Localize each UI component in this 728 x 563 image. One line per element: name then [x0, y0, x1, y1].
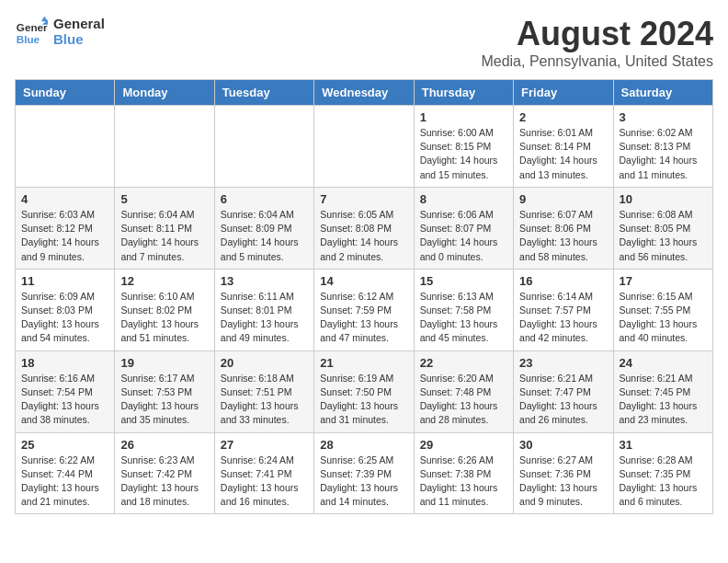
calendar-week-row: 1Sunrise: 6:00 AM Sunset: 8:15 PM Daylig…: [16, 106, 713, 188]
calendar-cell: 3Sunrise: 6:02 AM Sunset: 8:13 PM Daylig…: [613, 106, 712, 188]
day-number: 4: [21, 192, 108, 206]
calendar-subtitle: Media, Pennsylvania, United States: [481, 53, 713, 70]
day-info: Sunrise: 6:18 AM Sunset: 7:51 PM Dayligh…: [221, 372, 308, 428]
day-number: 2: [519, 110, 607, 124]
calendar-cell: 23Sunrise: 6:21 AM Sunset: 7:47 PM Dayli…: [514, 350, 613, 432]
calendar-title: August 2024: [481, 15, 713, 53]
day-number: 24: [620, 356, 707, 370]
day-number: 23: [519, 356, 607, 370]
day-info: Sunrise: 6:04 AM Sunset: 8:09 PM Dayligh…: [221, 208, 308, 264]
title-block: August 2024 Media, Pennsylvania, United …: [481, 15, 713, 70]
day-info: Sunrise: 6:09 AM Sunset: 8:03 PM Dayligh…: [21, 290, 108, 346]
weekday-header-friday: Friday: [514, 80, 613, 106]
day-number: 13: [221, 274, 308, 288]
day-info: Sunrise: 6:28 AM Sunset: 7:35 PM Dayligh…: [620, 454, 707, 510]
day-number: 1: [420, 110, 507, 124]
calendar-cell: 26Sunrise: 6:23 AM Sunset: 7:42 PM Dayli…: [115, 432, 214, 514]
calendar-cell: 1Sunrise: 6:00 AM Sunset: 8:15 PM Daylig…: [414, 106, 513, 188]
day-number: 6: [221, 192, 308, 206]
day-number: 27: [221, 438, 308, 452]
calendar-cell: 4Sunrise: 6:03 AM Sunset: 8:12 PM Daylig…: [16, 187, 115, 269]
day-info: Sunrise: 6:10 AM Sunset: 8:02 PM Dayligh…: [120, 290, 208, 346]
day-info: Sunrise: 6:23 AM Sunset: 7:42 PM Dayligh…: [120, 454, 208, 510]
calendar-cell: 11Sunrise: 6:09 AM Sunset: 8:03 PM Dayli…: [16, 269, 115, 350]
calendar-cell: 17Sunrise: 6:15 AM Sunset: 7:55 PM Dayli…: [613, 269, 712, 350]
calendar-cell: 15Sunrise: 6:13 AM Sunset: 7:58 PM Dayli…: [414, 269, 513, 350]
calendar-cell: 22Sunrise: 6:20 AM Sunset: 7:48 PM Dayli…: [414, 350, 513, 432]
day-number: 19: [120, 356, 208, 370]
page-header: General Blue General Blue August 2024 Me…: [15, 15, 713, 70]
calendar-cell: 31Sunrise: 6:28 AM Sunset: 7:35 PM Dayli…: [613, 432, 712, 514]
day-info: Sunrise: 6:21 AM Sunset: 7:45 PM Dayligh…: [620, 372, 707, 428]
day-number: 11: [21, 274, 108, 288]
day-number: 15: [420, 274, 507, 288]
calendar-cell: 30Sunrise: 6:27 AM Sunset: 7:36 PM Dayli…: [514, 432, 613, 514]
calendar-table: SundayMondayTuesdayWednesdayThursdayFrid…: [15, 79, 713, 514]
day-info: Sunrise: 6:15 AM Sunset: 7:55 PM Dayligh…: [620, 290, 707, 346]
calendar-cell: [115, 106, 214, 188]
day-number: 7: [320, 192, 407, 206]
day-number: 25: [21, 438, 108, 452]
day-info: Sunrise: 6:19 AM Sunset: 7:50 PM Dayligh…: [320, 372, 407, 428]
day-number: 29: [420, 438, 507, 452]
calendar-cell: 2Sunrise: 6:01 AM Sunset: 8:14 PM Daylig…: [514, 106, 613, 188]
day-number: 20: [221, 356, 308, 370]
calendar-cell: 19Sunrise: 6:17 AM Sunset: 7:53 PM Dayli…: [115, 350, 214, 432]
day-number: 8: [420, 192, 507, 206]
calendar-cell: 29Sunrise: 6:26 AM Sunset: 7:38 PM Dayli…: [414, 432, 513, 514]
day-number: 12: [120, 274, 208, 288]
weekday-header-monday: Monday: [115, 80, 214, 106]
logo-icon: General Blue: [15, 15, 48, 48]
day-info: Sunrise: 6:04 AM Sunset: 8:11 PM Dayligh…: [120, 208, 208, 264]
weekday-header-row: SundayMondayTuesdayWednesdayThursdayFrid…: [16, 80, 713, 106]
day-number: 18: [21, 356, 108, 370]
calendar-cell: 21Sunrise: 6:19 AM Sunset: 7:50 PM Dayli…: [314, 350, 414, 432]
weekday-header-tuesday: Tuesday: [214, 80, 313, 106]
day-info: Sunrise: 6:02 AM Sunset: 8:13 PM Dayligh…: [620, 126, 707, 182]
day-info: Sunrise: 6:03 AM Sunset: 8:12 PM Dayligh…: [21, 208, 108, 264]
day-number: 28: [320, 438, 407, 452]
calendar-cell: 5Sunrise: 6:04 AM Sunset: 8:11 PM Daylig…: [115, 187, 214, 269]
day-info: Sunrise: 6:21 AM Sunset: 7:47 PM Dayligh…: [519, 372, 607, 428]
day-number: 31: [620, 438, 707, 452]
day-info: Sunrise: 6:22 AM Sunset: 7:44 PM Dayligh…: [21, 454, 108, 510]
calendar-cell: 14Sunrise: 6:12 AM Sunset: 7:59 PM Dayli…: [314, 269, 414, 350]
calendar-cell: 28Sunrise: 6:25 AM Sunset: 7:39 PM Dayli…: [314, 432, 414, 514]
day-info: Sunrise: 6:05 AM Sunset: 8:08 PM Dayligh…: [320, 208, 407, 264]
day-info: Sunrise: 6:20 AM Sunset: 7:48 PM Dayligh…: [420, 372, 507, 428]
day-number: 17: [620, 274, 707, 288]
day-number: 14: [320, 274, 407, 288]
day-info: Sunrise: 6:16 AM Sunset: 7:54 PM Dayligh…: [21, 372, 108, 428]
weekday-header-saturday: Saturday: [613, 80, 712, 106]
calendar-cell: 20Sunrise: 6:18 AM Sunset: 7:51 PM Dayli…: [214, 350, 313, 432]
day-info: Sunrise: 6:00 AM Sunset: 8:15 PM Dayligh…: [420, 126, 507, 182]
day-number: 5: [120, 192, 208, 206]
day-info: Sunrise: 6:14 AM Sunset: 7:57 PM Dayligh…: [519, 290, 607, 346]
logo-general: General: [53, 16, 105, 31]
calendar-cell: 6Sunrise: 6:04 AM Sunset: 8:09 PM Daylig…: [214, 187, 313, 269]
logo-blue: Blue: [53, 31, 105, 47]
calendar-cell: 7Sunrise: 6:05 AM Sunset: 8:08 PM Daylig…: [314, 187, 414, 269]
svg-text:Blue: Blue: [17, 33, 40, 45]
calendar-week-row: 18Sunrise: 6:16 AM Sunset: 7:54 PM Dayli…: [16, 350, 713, 432]
day-info: Sunrise: 6:07 AM Sunset: 8:06 PM Dayligh…: [519, 208, 607, 264]
day-info: Sunrise: 6:27 AM Sunset: 7:36 PM Dayligh…: [519, 454, 607, 510]
calendar-cell: 13Sunrise: 6:11 AM Sunset: 8:01 PM Dayli…: [214, 269, 313, 350]
calendar-cell: [16, 106, 115, 188]
calendar-week-row: 11Sunrise: 6:09 AM Sunset: 8:03 PM Dayli…: [16, 269, 713, 350]
calendar-cell: 9Sunrise: 6:07 AM Sunset: 8:06 PM Daylig…: [514, 187, 613, 269]
calendar-cell: 8Sunrise: 6:06 AM Sunset: 8:07 PM Daylig…: [414, 187, 513, 269]
day-info: Sunrise: 6:17 AM Sunset: 7:53 PM Dayligh…: [120, 372, 208, 428]
day-info: Sunrise: 6:01 AM Sunset: 8:14 PM Dayligh…: [519, 126, 607, 182]
calendar-cell: [314, 106, 414, 188]
calendar-cell: 25Sunrise: 6:22 AM Sunset: 7:44 PM Dayli…: [16, 432, 115, 514]
calendar-cell: [214, 106, 313, 188]
logo: General Blue General Blue: [15, 15, 105, 48]
weekday-header-wednesday: Wednesday: [314, 80, 414, 106]
day-number: 26: [120, 438, 208, 452]
day-number: 22: [420, 356, 507, 370]
weekday-header-sunday: Sunday: [16, 80, 115, 106]
calendar-cell: 18Sunrise: 6:16 AM Sunset: 7:54 PM Dayli…: [16, 350, 115, 432]
day-number: 30: [519, 438, 607, 452]
calendar-cell: 10Sunrise: 6:08 AM Sunset: 8:05 PM Dayli…: [613, 187, 712, 269]
